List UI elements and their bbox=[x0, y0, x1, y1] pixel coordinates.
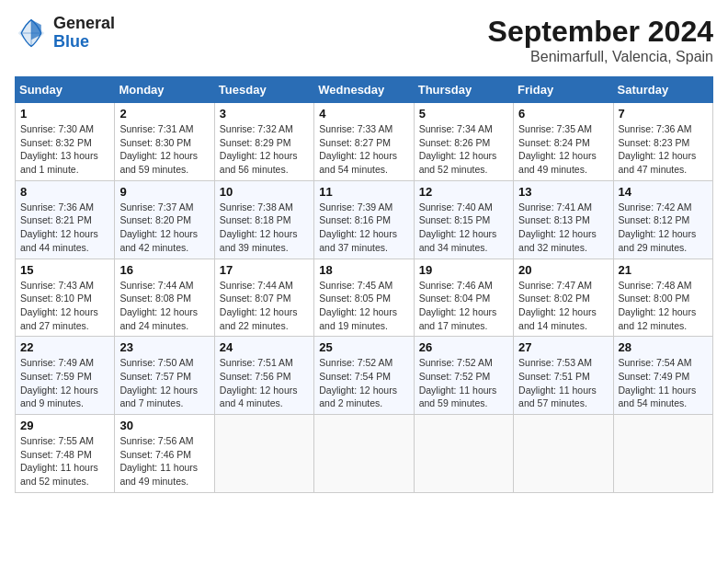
logo-general-text: General bbox=[53, 15, 115, 33]
calendar-cell-29: 29Sunrise: 7:55 AM Sunset: 7:48 PM Dayli… bbox=[16, 415, 115, 493]
day-info-20: Sunrise: 7:47 AM Sunset: 8:02 PM Dayligh… bbox=[518, 279, 608, 333]
calendar-cell-14: 14Sunrise: 7:42 AM Sunset: 8:12 PM Dayli… bbox=[613, 180, 712, 259]
day-info-10: Sunrise: 7:38 AM Sunset: 8:18 PM Dayligh… bbox=[220, 201, 309, 255]
calendar-week-4: 22Sunrise: 7:49 AM Sunset: 7:59 PM Dayli… bbox=[16, 337, 713, 415]
day-info-22: Sunrise: 7:49 AM Sunset: 7:59 PM Dayligh… bbox=[20, 356, 109, 410]
day-info-1: Sunrise: 7:30 AM Sunset: 8:32 PM Dayligh… bbox=[20, 122, 109, 177]
logo-icon bbox=[15, 17, 48, 50]
calendar-week-5: 29Sunrise: 7:55 AM Sunset: 7:48 PM Dayli… bbox=[16, 415, 713, 493]
day-num-4: 4 bbox=[319, 107, 408, 121]
col-saturday: Saturday bbox=[613, 77, 712, 103]
calendar-cell-11: 11Sunrise: 7:39 AM Sunset: 8:16 PM Dayli… bbox=[314, 180, 414, 259]
day-info-21: Sunrise: 7:48 AM Sunset: 8:00 PM Dayligh… bbox=[619, 279, 708, 333]
col-monday: Monday bbox=[115, 77, 214, 103]
title-area: September 2024 Benimarfull, Valencia, Sp… bbox=[488, 15, 713, 65]
calendar-cell-18: 18Sunrise: 7:45 AM Sunset: 8:05 PM Dayli… bbox=[314, 259, 414, 337]
day-num-18: 18 bbox=[319, 263, 408, 277]
day-info-18: Sunrise: 7:45 AM Sunset: 8:05 PM Dayligh… bbox=[319, 279, 408, 333]
day-info-8: Sunrise: 7:36 AM Sunset: 8:21 PM Dayligh… bbox=[20, 201, 109, 255]
day-num-19: 19 bbox=[419, 263, 508, 277]
day-num-12: 12 bbox=[419, 185, 508, 199]
calendar-cell-12: 12Sunrise: 7:40 AM Sunset: 8:15 PM Dayli… bbox=[414, 180, 513, 259]
page-header: General Blue September 2024 Benimarfull,… bbox=[15, 15, 713, 65]
calendar-cell-4: 4Sunrise: 7:33 AM Sunset: 8:27 PM Daylig… bbox=[314, 103, 414, 181]
calendar-cell-24: 24Sunrise: 7:51 AM Sunset: 7:56 PM Dayli… bbox=[214, 337, 313, 415]
day-num-9: 9 bbox=[119, 185, 209, 199]
calendar-cell-23: 23Sunrise: 7:50 AM Sunset: 7:57 PM Dayli… bbox=[115, 337, 214, 415]
calendar-cell-17: 17Sunrise: 7:44 AM Sunset: 8:07 PM Dayli… bbox=[214, 259, 313, 337]
day-num-13: 13 bbox=[518, 185, 608, 199]
calendar-cell-19: 19Sunrise: 7:46 AM Sunset: 8:04 PM Dayli… bbox=[414, 259, 513, 337]
day-info-4: Sunrise: 7:33 AM Sunset: 8:27 PM Dayligh… bbox=[319, 122, 408, 177]
day-num-8: 8 bbox=[20, 185, 109, 199]
day-info-16: Sunrise: 7:44 AM Sunset: 8:08 PM Dayligh… bbox=[119, 279, 209, 333]
day-info-19: Sunrise: 7:46 AM Sunset: 8:04 PM Dayligh… bbox=[419, 279, 508, 333]
logo-blue-text: Blue bbox=[53, 33, 115, 52]
col-sunday: Sunday bbox=[16, 77, 115, 103]
col-wednesday: Wednesday bbox=[314, 77, 414, 103]
day-num-28: 28 bbox=[619, 340, 708, 354]
calendar-week-3: 15Sunrise: 7:43 AM Sunset: 8:10 PM Dayli… bbox=[16, 259, 713, 337]
day-info-27: Sunrise: 7:53 AM Sunset: 7:51 PM Dayligh… bbox=[518, 356, 608, 410]
calendar-cell-empty bbox=[214, 415, 313, 493]
day-num-3: 3 bbox=[220, 107, 309, 121]
calendar-header-row: Sunday Monday Tuesday Wednesday Thursday… bbox=[16, 77, 713, 103]
day-num-24: 24 bbox=[220, 340, 309, 354]
day-info-23: Sunrise: 7:50 AM Sunset: 7:57 PM Dayligh… bbox=[119, 356, 209, 410]
day-info-13: Sunrise: 7:41 AM Sunset: 8:13 PM Dayligh… bbox=[518, 201, 608, 255]
day-info-29: Sunrise: 7:55 AM Sunset: 7:48 PM Dayligh… bbox=[20, 434, 109, 488]
calendar-cell-10: 10Sunrise: 7:38 AM Sunset: 8:18 PM Dayli… bbox=[214, 180, 313, 259]
day-info-5: Sunrise: 7:34 AM Sunset: 8:26 PM Dayligh… bbox=[419, 122, 508, 177]
day-info-2: Sunrise: 7:31 AM Sunset: 8:30 PM Dayligh… bbox=[119, 122, 209, 177]
calendar-cell-3: 3Sunrise: 7:32 AM Sunset: 8:29 PM Daylig… bbox=[214, 103, 313, 181]
calendar-cell-6: 6Sunrise: 7:35 AM Sunset: 8:24 PM Daylig… bbox=[514, 103, 613, 181]
day-num-30: 30 bbox=[119, 419, 209, 432]
day-num-22: 22 bbox=[20, 340, 109, 354]
day-num-17: 17 bbox=[220, 263, 309, 277]
day-info-17: Sunrise: 7:44 AM Sunset: 8:07 PM Dayligh… bbox=[220, 279, 309, 333]
day-num-27: 27 bbox=[518, 340, 608, 354]
day-num-16: 16 bbox=[119, 263, 209, 277]
day-num-20: 20 bbox=[518, 263, 608, 277]
calendar-cell-15: 15Sunrise: 7:43 AM Sunset: 8:10 PM Dayli… bbox=[16, 259, 115, 337]
day-info-25: Sunrise: 7:52 AM Sunset: 7:54 PM Dayligh… bbox=[319, 356, 408, 410]
calendar-cell-empty bbox=[414, 415, 513, 493]
day-info-15: Sunrise: 7:43 AM Sunset: 8:10 PM Dayligh… bbox=[20, 279, 109, 333]
day-num-14: 14 bbox=[619, 185, 708, 199]
day-info-6: Sunrise: 7:35 AM Sunset: 8:24 PM Dayligh… bbox=[518, 122, 608, 177]
day-info-7: Sunrise: 7:36 AM Sunset: 8:23 PM Dayligh… bbox=[619, 122, 708, 177]
day-num-21: 21 bbox=[619, 263, 708, 277]
calendar-cell-30: 30Sunrise: 7:56 AM Sunset: 7:46 PM Dayli… bbox=[115, 415, 214, 493]
col-thursday: Thursday bbox=[414, 77, 513, 103]
calendar-cell-20: 20Sunrise: 7:47 AM Sunset: 8:02 PM Dayli… bbox=[514, 259, 613, 337]
calendar-cell-empty bbox=[613, 415, 712, 493]
month-title: September 2024 bbox=[488, 15, 713, 49]
calendar-cell-13: 13Sunrise: 7:41 AM Sunset: 8:13 PM Dayli… bbox=[514, 180, 613, 259]
day-num-6: 6 bbox=[518, 107, 608, 121]
day-info-30: Sunrise: 7:56 AM Sunset: 7:46 PM Dayligh… bbox=[119, 434, 209, 488]
calendar-week-2: 8Sunrise: 7:36 AM Sunset: 8:21 PM Daylig… bbox=[16, 180, 713, 259]
day-num-5: 5 bbox=[419, 107, 508, 121]
day-num-15: 15 bbox=[20, 263, 109, 277]
day-num-2: 2 bbox=[119, 107, 209, 121]
calendar-cell-25: 25Sunrise: 7:52 AM Sunset: 7:54 PM Dayli… bbox=[314, 337, 414, 415]
day-info-28: Sunrise: 7:54 AM Sunset: 7:49 PM Dayligh… bbox=[619, 356, 708, 410]
day-num-29: 29 bbox=[20, 419, 109, 432]
calendar-cell-9: 9Sunrise: 7:37 AM Sunset: 8:20 PM Daylig… bbox=[115, 180, 214, 259]
day-num-10: 10 bbox=[220, 185, 309, 199]
calendar-cell-7: 7Sunrise: 7:36 AM Sunset: 8:23 PM Daylig… bbox=[613, 103, 712, 181]
calendar-cell-8: 8Sunrise: 7:36 AM Sunset: 8:21 PM Daylig… bbox=[16, 180, 115, 259]
logo: General Blue bbox=[15, 15, 115, 52]
day-info-14: Sunrise: 7:42 AM Sunset: 8:12 PM Dayligh… bbox=[619, 201, 708, 255]
day-info-12: Sunrise: 7:40 AM Sunset: 8:15 PM Dayligh… bbox=[419, 201, 508, 255]
day-info-26: Sunrise: 7:52 AM Sunset: 7:52 PM Dayligh… bbox=[419, 356, 508, 410]
day-num-11: 11 bbox=[319, 185, 408, 199]
calendar-table: Sunday Monday Tuesday Wednesday Thursday… bbox=[15, 76, 713, 493]
calendar-cell-26: 26Sunrise: 7:52 AM Sunset: 7:52 PM Dayli… bbox=[414, 337, 513, 415]
day-info-3: Sunrise: 7:32 AM Sunset: 8:29 PM Dayligh… bbox=[220, 122, 309, 177]
calendar-cell-empty bbox=[514, 415, 613, 493]
calendar-cell-16: 16Sunrise: 7:44 AM Sunset: 8:08 PM Dayli… bbox=[115, 259, 214, 337]
calendar-cell-27: 27Sunrise: 7:53 AM Sunset: 7:51 PM Dayli… bbox=[514, 337, 613, 415]
location-title: Benimarfull, Valencia, Spain bbox=[488, 49, 713, 65]
calendar-week-1: 1Sunrise: 7:30 AM Sunset: 8:32 PM Daylig… bbox=[16, 103, 713, 181]
